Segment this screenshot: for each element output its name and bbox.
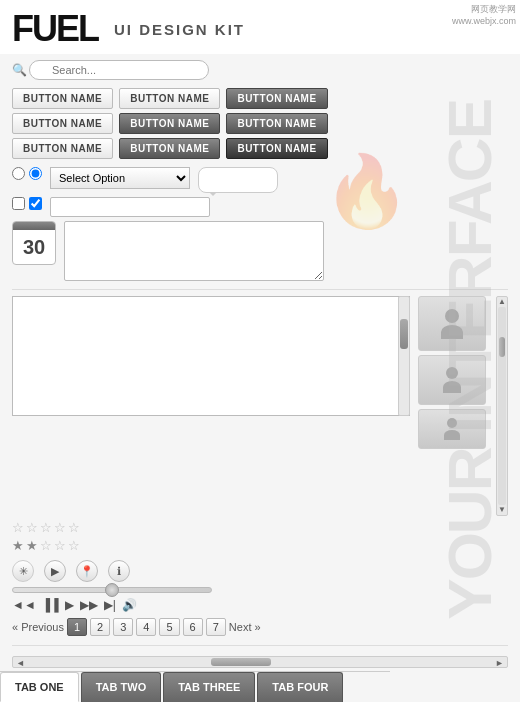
volume-icon[interactable]: 🔊 (122, 598, 137, 612)
info-icon[interactable]: ℹ (108, 560, 130, 582)
star-2-2[interactable]: ★ (26, 538, 38, 553)
forward-button[interactable]: ▶▶ (80, 598, 98, 612)
radio-checked[interactable] (29, 167, 42, 180)
tab-one[interactable]: TAB ONE (0, 672, 79, 702)
subtitle: UI DESIGN KIT (114, 21, 245, 38)
star-2-5[interactable]: ☆ (68, 538, 80, 553)
page-2[interactable]: 2 (90, 618, 110, 636)
side-decoration: YOUR INTERFACE (420, 60, 520, 660)
button-2-1[interactable]: BUTTON NAME (12, 113, 113, 134)
page-4[interactable]: 4 (136, 618, 156, 636)
tab-two[interactable]: TAB TWO (81, 672, 162, 702)
star-1-4[interactable]: ☆ (54, 520, 66, 535)
textarea-scrollbar-thumb (400, 319, 408, 349)
tab-four[interactable]: TAB FOUR (257, 672, 343, 702)
star-2-1[interactable]: ★ (12, 538, 24, 553)
play-button[interactable]: ▶ (65, 598, 74, 612)
side-text-inner: YOUR INTERFACE (439, 100, 501, 620)
slider-track[interactable] (12, 587, 212, 593)
star-2-4[interactable]: ☆ (54, 538, 66, 553)
search-icon: 🔍 (12, 63, 27, 77)
h-scroll-left[interactable]: ◄ (16, 658, 25, 668)
loading-icon[interactable]: ✳ (12, 560, 34, 582)
star-1-1[interactable]: ☆ (12, 520, 24, 535)
watermark: 网页教学网 www.webjx.com (452, 4, 516, 27)
checkbox-unchecked[interactable] (12, 197, 25, 210)
page-7[interactable]: 7 (206, 618, 226, 636)
play-circle-icon[interactable]: ▶ (44, 560, 66, 582)
button-3-2[interactable]: BUTTON NAME (119, 138, 220, 159)
tab-three[interactable]: TAB THREE (163, 672, 255, 702)
speech-bubble (198, 167, 278, 193)
page-5[interactable]: 5 (159, 618, 179, 636)
page-6[interactable]: 6 (183, 618, 203, 636)
textarea-small[interactable] (64, 221, 324, 281)
pause-button[interactable]: ▐▐ (42, 598, 59, 612)
logo: FUEL (12, 8, 98, 50)
button-3-1[interactable]: BUTTON NAME (12, 138, 113, 159)
page-1[interactable]: 1 (67, 618, 87, 636)
text-input[interactable] (50, 197, 210, 217)
star-1-3[interactable]: ☆ (40, 520, 52, 535)
button-1-2[interactable]: BUTTON NAME (119, 88, 220, 109)
checkbox-checked[interactable] (29, 197, 42, 210)
calendar-day: 30 (13, 230, 55, 264)
watermark-line2: www.webjx.com (452, 16, 516, 28)
flame-icon: 🔥 (323, 150, 410, 232)
tabs-section: TAB ONE TAB TWO TAB THREE TAB FOUR (0, 671, 390, 702)
page-3[interactable]: 3 (113, 618, 133, 636)
watermark-line1: 网页教学网 (452, 4, 516, 16)
checkbox-group (12, 197, 42, 210)
select-dropdown[interactable]: Select Option Option 1 Option 2 (50, 167, 190, 189)
button-1-1[interactable]: BUTTON NAME (12, 88, 113, 109)
end-button[interactable]: ▶| (104, 598, 116, 612)
next-text[interactable]: Next » (229, 621, 261, 633)
pin-icon[interactable]: 📍 (76, 560, 98, 582)
star-2-3[interactable]: ☆ (40, 538, 52, 553)
star-1-2[interactable]: ☆ (26, 520, 38, 535)
button-2-2[interactable]: BUTTON NAME (119, 113, 220, 134)
radio-unchecked[interactable] (12, 167, 25, 180)
button-1-3[interactable]: BUTTON NAME (226, 88, 327, 109)
radio-group (12, 167, 42, 180)
h-scroll-thumb[interactable] (211, 658, 271, 666)
prev-text[interactable]: « Previous (12, 621, 64, 633)
calendar-badge: 30 (12, 221, 56, 265)
rewind-button[interactable]: ◄◄ (12, 598, 36, 612)
calendar-header (13, 222, 55, 230)
slider-thumb[interactable] (105, 583, 119, 597)
large-textarea-wrap (12, 296, 410, 516)
textarea-scrollbar[interactable] (398, 296, 410, 416)
button-3-3[interactable]: BUTTON NAME (226, 138, 327, 159)
star-1-5[interactable]: ☆ (68, 520, 80, 535)
search-input[interactable] (29, 60, 209, 80)
button-2-3[interactable]: BUTTON NAME (226, 113, 327, 134)
header: FUEL UI DESIGN KIT (0, 0, 520, 54)
large-textarea[interactable] (12, 296, 410, 416)
